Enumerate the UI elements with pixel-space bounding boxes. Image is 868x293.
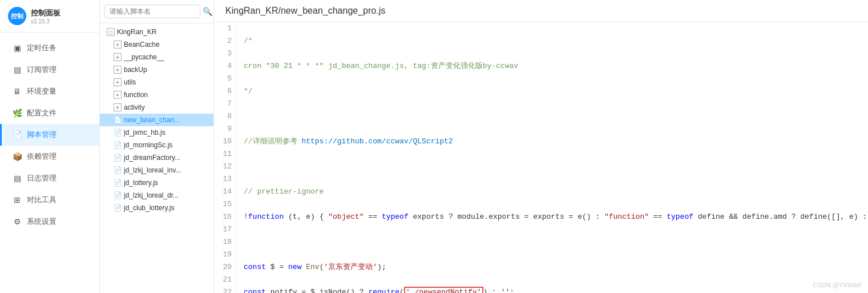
- sidebar-item-env-vars[interactable]: 🖥 环境变量: [0, 81, 99, 102]
- sidebar: 控制 控制面板 v2.15.3 ▣ 定时任务 ▤ 订阅管理 🖥 环境变量 🌿 配…: [0, 0, 100, 293]
- tree-folder-beancache[interactable]: + BeanCache: [100, 38, 213, 51]
- nav-label-settings: 系统设置: [27, 216, 56, 227]
- line-num-1: 1: [214, 22, 236, 35]
- line-num-6: 6: [214, 85, 236, 98]
- tree-folder-utils[interactable]: + utils: [100, 76, 213, 89]
- nav-label-compare: 对比工具: [27, 195, 56, 205]
- file-tree: □ KingRan_KR + BeanCache + __pycache__ +…: [100, 23, 213, 293]
- sidebar-item-scheduled-tasks[interactable]: ▣ 定时任务: [0, 37, 99, 59]
- file-icon: 📄: [114, 204, 122, 212]
- code-line-11: const notify = $.isNode() ? require('./n…: [244, 286, 861, 293]
- code-line-8: !function (t, e) { "object" == typeof ex…: [244, 211, 861, 223]
- code-line-2: cron "30 21 * * *" jd_bean_change.js, ta…: [244, 60, 861, 73]
- tree-root-folder[interactable]: □ KingRan_KR: [100, 26, 213, 38]
- folder-expand-icon: +: [114, 78, 122, 86]
- sidebar-item-compare-tool[interactable]: ⊞ 对比工具: [0, 189, 99, 211]
- file-icon: 📄: [114, 116, 122, 124]
- line-num-18: 18: [214, 236, 236, 248]
- script-icon: 📄: [12, 130, 22, 139]
- file-icon: 📄: [114, 141, 122, 149]
- file-icon: 📄: [114, 179, 122, 187]
- line-num-5: 5: [214, 73, 236, 85]
- editor-area: KingRan_KR/new_bean_change_pro.js 1 2 3 …: [214, 0, 868, 293]
- code-line-1: /*: [244, 35, 861, 47]
- expand-icon: □: [107, 28, 115, 36]
- compare-icon: ⊞: [12, 195, 22, 204]
- line-num-21: 21: [214, 274, 236, 286]
- search-bar: 🔍: [100, 0, 213, 23]
- folder-beancache-label: BeanCache: [124, 41, 160, 49]
- sidebar-item-system-settings[interactable]: ⚙ 系统设置: [0, 211, 99, 232]
- line-num-10: 10: [214, 135, 236, 148]
- line-num-19: 19: [214, 248, 236, 261]
- tree-file-morning[interactable]: 📄 jd_morningSc.js: [100, 139, 213, 151]
- config-icon: 🌿: [12, 109, 22, 118]
- line-num-15: 15: [214, 198, 236, 211]
- file-lottery-label: jd_lottery.js: [124, 179, 158, 187]
- folder-pycache-label: __pycache__: [124, 53, 164, 61]
- line-num-13: 13: [214, 173, 236, 186]
- tree-folder-activity[interactable]: + activity: [100, 101, 213, 114]
- line-num-2: 2: [214, 35, 236, 47]
- tree-file-new-bean[interactable]: 📄 new_bean_chan...: [100, 114, 213, 126]
- file-icon: 📄: [114, 129, 122, 137]
- sidebar-item-dep-mgmt[interactable]: 📦 依赖管理: [0, 146, 99, 167]
- code-line-3: */: [244, 85, 861, 98]
- line-numbers: 1 2 3 4 5 6 7 8 9 10 11 12 13 14 15 16 1…: [214, 22, 237, 293]
- file-new-bean-label: new_bean_chan...: [124, 116, 180, 124]
- file-icon: 📄: [114, 191, 122, 199]
- nav-label-subscription: 订阅管理: [27, 65, 56, 75]
- line-num-22: 22: [214, 286, 236, 293]
- tree-folder-pycache[interactable]: + __pycache__: [100, 51, 213, 63]
- logo-title: 控制面板: [31, 8, 60, 18]
- folder-expand-icon: +: [114, 103, 122, 111]
- line-num-8: 8: [214, 110, 236, 123]
- file-club-lottery-label: jd_club_lottery.js: [124, 204, 175, 212]
- line-num-4: 4: [214, 60, 236, 73]
- tree-file-loreal-inv[interactable]: 📄 jd_lzkj_loreal_inv...: [100, 164, 213, 176]
- file-loreal-inv-label: jd_lzkj_loreal_inv...: [124, 166, 181, 174]
- file-loreal-dr-label: jd_lzkj_loreal_dr...: [124, 191, 179, 199]
- line-num-17: 17: [214, 223, 236, 236]
- code-line-9: [244, 236, 861, 248]
- code-container[interactable]: 1 2 3 4 5 6 7 8 9 10 11 12 13 14 15 16 1…: [214, 22, 868, 293]
- code-line-6: [244, 160, 861, 173]
- folder-backup-label: backUp: [124, 66, 147, 74]
- sidebar-item-log-mgmt[interactable]: ▤ 日志管理: [0, 167, 99, 189]
- file-dream-label: jd_dreamFactory...: [124, 154, 180, 162]
- folder-utils-label: utils: [124, 78, 136, 86]
- line-num-3: 3: [214, 47, 236, 60]
- file-icon: 📄: [114, 166, 122, 174]
- watermark: CSDN @YXWik6: [813, 282, 861, 288]
- folder-expand-icon: +: [114, 66, 122, 74]
- search-button[interactable]: 🔍: [203, 7, 212, 16]
- tree-folder-backup[interactable]: + backUp: [100, 63, 213, 76]
- tree-root-label: KingRan_KR: [117, 28, 156, 36]
- main-nav: ▣ 定时任务 ▤ 订阅管理 🖥 环境变量 🌿 配置文件 📄 脚本管理 📦 依赖管…: [0, 33, 99, 293]
- code-line-4: [244, 110, 861, 123]
- tree-file-dream[interactable]: 📄 jd_dreamFactory...: [100, 151, 213, 164]
- editor-title: KingRan_KR/new_bean_change_pro.js: [214, 0, 868, 22]
- sidebar-item-script-mgmt[interactable]: 📄 脚本管理: [0, 124, 99, 146]
- tree-file-jd-jxmc[interactable]: 📄 jd_jxmc_hb.js: [100, 126, 213, 139]
- tree-file-loreal-dr[interactable]: 📄 jd_lzkj_loreal_dr...: [100, 189, 213, 202]
- code-line-7: // prettier-ignore: [244, 186, 861, 198]
- file-panel: 🔍 □ KingRan_KR + BeanCache + __pycache__…: [100, 0, 214, 293]
- folder-expand-icon: +: [114, 41, 122, 49]
- tree-file-lottery[interactable]: 📄 jd_lottery.js: [100, 176, 213, 189]
- search-input[interactable]: [104, 5, 200, 18]
- folder-expand-icon: +: [114, 53, 122, 61]
- file-icon: 📄: [114, 154, 122, 162]
- line-num-12: 12: [214, 160, 236, 173]
- tree-folder-function[interactable]: + function: [100, 89, 213, 101]
- sidebar-item-config-files[interactable]: 🌿 配置文件: [0, 102, 99, 124]
- sidebar-item-subscription-mgmt[interactable]: ▤ 订阅管理: [0, 59, 99, 81]
- tree-file-club-lottery[interactable]: 📄 jd_club_lottery.js: [100, 202, 213, 214]
- line-num-11: 11: [214, 148, 236, 160]
- line-num-14: 14: [214, 186, 236, 198]
- nav-label-dep: 依赖管理: [27, 151, 56, 162]
- nav-label-config: 配置文件: [27, 108, 56, 118]
- log-icon: ▤: [12, 174, 22, 183]
- folder-activity-label: activity: [124, 103, 145, 111]
- code-content[interactable]: /* cron "30 21 * * *" jd_bean_change.js,…: [237, 22, 868, 293]
